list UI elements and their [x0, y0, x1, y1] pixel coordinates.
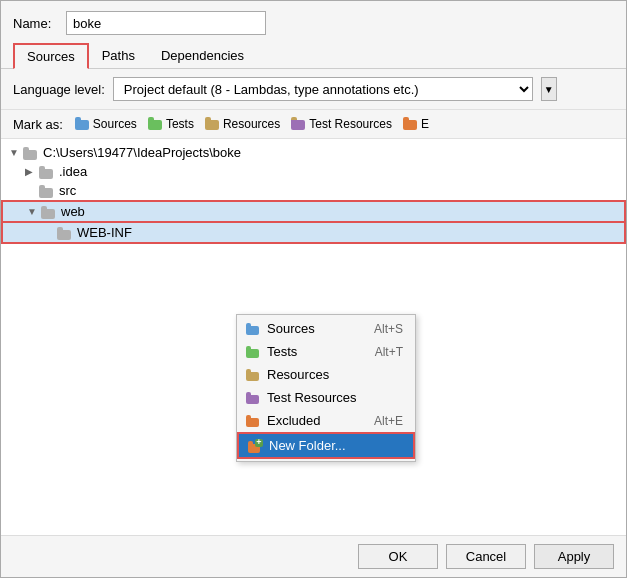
cm-sources-icon [245, 323, 261, 335]
tree-item-idea[interactable]: .idea [1, 162, 626, 181]
mark-excluded-label: E [421, 117, 429, 131]
cm-test-resources-label: Test Resources [267, 390, 357, 405]
mark-test-resources-label: Test Resources [309, 117, 392, 131]
cm-excluded-icon [245, 415, 261, 427]
mark-sources-button[interactable]: Sources [71, 116, 140, 132]
tree-root-label: C:\Users\19477\IdeaProjects\boke [43, 145, 241, 160]
webinf-folder-icon [55, 226, 73, 240]
context-menu-test-resources[interactable]: Test Resources [237, 386, 415, 409]
lang-level-select[interactable]: Project default (8 - Lambdas, type annot… [113, 77, 533, 101]
idea-folder-icon [37, 165, 55, 179]
cm-excluded-label: Excluded [267, 413, 320, 428]
mark-test-resources-button[interactable]: Test Resources [287, 116, 395, 132]
lang-level-row: Language level: Project default (8 - Lam… [1, 69, 626, 110]
test-resources-folder-icon [290, 118, 306, 130]
cm-new-folder-icon: + [247, 439, 263, 453]
tab-dependencies[interactable]: Dependencies [148, 43, 257, 68]
mark-as-label: Mark as: [13, 117, 63, 132]
tree-item-root[interactable]: C:\Users\19477\IdeaProjects\boke [1, 143, 626, 162]
context-menu: Sources Alt+S Tests Alt+T Resources Test… [236, 314, 416, 462]
apply-button[interactable]: Apply [534, 544, 614, 569]
project-structure-dialog: Name: Sources Paths Dependencies Languag… [0, 0, 627, 578]
cancel-button[interactable]: Cancel [446, 544, 526, 569]
mark-resources-button[interactable]: Resources [201, 116, 283, 132]
lang-level-label: Language level: [13, 82, 105, 97]
cm-test-resources-icon [245, 392, 261, 404]
cm-tests-shortcut: Alt+T [375, 345, 403, 359]
name-row: Name: [1, 1, 626, 43]
tabs-row: Sources Paths Dependencies [1, 43, 626, 69]
name-label: Name: [13, 16, 58, 31]
context-menu-sources[interactable]: Sources Alt+S [237, 317, 415, 340]
cm-resources-icon [245, 369, 261, 381]
tree-item-webinf[interactable]: WEB-INF [1, 223, 626, 244]
tree-item-src[interactable]: src [1, 181, 626, 200]
context-menu-new-folder[interactable]: + New Folder... [237, 432, 415, 459]
mark-resources-label: Resources [223, 117, 280, 131]
cm-sources-label: Sources [267, 321, 315, 336]
arrow-web [27, 206, 39, 217]
root-folder-icon [21, 146, 39, 160]
cm-excluded-shortcut: Alt+E [374, 414, 403, 428]
mark-as-row: Mark as: Sources Tests Resources Test Re… [1, 110, 626, 139]
resources-folder-icon [204, 118, 220, 130]
bottom-buttons: OK Cancel Apply [1, 535, 626, 577]
mark-sources-label: Sources [93, 117, 137, 131]
tree-webinf-label: WEB-INF [77, 225, 132, 240]
arrow-idea [25, 166, 37, 177]
lang-level-arrow[interactable]: ▼ [541, 77, 557, 101]
cm-resources-label: Resources [267, 367, 329, 382]
tests-folder-icon [147, 118, 163, 130]
tree-item-web[interactable]: web [1, 200, 626, 223]
tree-src-label: src [59, 183, 76, 198]
sources-folder-icon [74, 118, 90, 130]
cm-tests-icon [245, 346, 261, 358]
tree-idea-label: .idea [59, 164, 87, 179]
web-folder-icon [39, 205, 57, 219]
name-input[interactable] [66, 11, 266, 35]
tab-paths[interactable]: Paths [89, 43, 148, 68]
context-menu-resources[interactable]: Resources [237, 363, 415, 386]
mark-excluded-button[interactable]: E [399, 116, 432, 132]
mark-tests-button[interactable]: Tests [144, 116, 197, 132]
context-menu-tests[interactable]: Tests Alt+T [237, 340, 415, 363]
ok-button[interactable]: OK [358, 544, 438, 569]
cm-new-folder-label: New Folder... [269, 438, 346, 453]
context-menu-excluded[interactable]: Excluded Alt+E [237, 409, 415, 432]
excluded-folder-icon [402, 118, 418, 130]
arrow-root [9, 147, 21, 158]
tab-sources[interactable]: Sources [13, 43, 89, 69]
file-tree-area: C:\Users\19477\IdeaProjects\boke .idea s… [1, 139, 626, 535]
mark-tests-label: Tests [166, 117, 194, 131]
tree-web-label: web [61, 204, 85, 219]
src-folder-icon [37, 184, 55, 198]
cm-tests-label: Tests [267, 344, 297, 359]
cm-sources-shortcut: Alt+S [374, 322, 403, 336]
